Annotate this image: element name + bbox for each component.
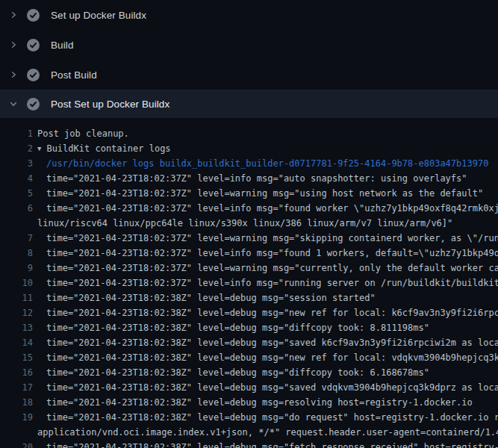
- log-line-text: time="2021-04-23T18:02:37Z" level=warnin…: [46, 186, 483, 201]
- log-line: 15 time="2021-04-23T18:02:38Z" level=deb…: [0, 350, 498, 365]
- log-line: 12 time="2021-04-23T18:02:38Z" level=deb…: [0, 305, 498, 320]
- check-circle-icon: [27, 98, 40, 111]
- log-line-number[interactable]: 16: [0, 365, 33, 380]
- step-label: Build: [51, 40, 74, 51]
- log-line: 13 time="2021-04-23T18:02:38Z" level=deb…: [0, 320, 498, 335]
- log-line-text: time="2021-04-23T18:02:38Z" level=debug …: [46, 305, 498, 320]
- log-line: 3 /usr/bin/docker logs buildx_buildkit_b…: [0, 156, 498, 171]
- step-row[interactable]: Post Set up Docker Buildx: [0, 90, 498, 118]
- log-line: linux/riscv64 linux/ppc64le linux/s390x …: [0, 216, 498, 231]
- log-line-number[interactable]: 3: [0, 156, 33, 171]
- log-line-number[interactable]: 6: [0, 201, 33, 216]
- log-line-text: time="2021-04-23T18:02:38Z" level=debug …: [46, 440, 498, 448]
- log-line: 5 time="2021-04-23T18:02:37Z" level=warn…: [0, 186, 498, 201]
- log-line-text: time="2021-04-23T18:02:37Z" level=info m…: [46, 276, 498, 290]
- log-line: 8 time="2021-04-23T18:02:37Z" level=info…: [0, 246, 498, 261]
- steps-list: Set up Docker Buildx Build: [0, 0, 498, 118]
- log-line: 9 time="2021-04-23T18:02:37Z" level=warn…: [0, 261, 498, 276]
- log-line: 1 Post job cleanup.: [0, 126, 498, 141]
- log-line-number[interactable]: 4: [0, 171, 33, 186]
- log-line: 7 time="2021-04-23T18:02:37Z" level=warn…: [0, 231, 498, 246]
- log-line: 17 time="2021-04-23T18:02:38Z" level=deb…: [0, 380, 498, 395]
- log-line-text: time="2021-04-23T18:02:38Z" level=debug …: [46, 290, 376, 305]
- check-circle-icon: [27, 39, 40, 52]
- log-line-number[interactable]: 9: [0, 261, 33, 276]
- log-line: 20 time="2021-04-23T18:02:38Z" level=deb…: [0, 440, 498, 448]
- check-circle-icon: [27, 69, 40, 81]
- log-line-number[interactable]: 14: [0, 335, 33, 350]
- log-line: 6 time="2021-04-23T18:02:37Z" level=info…: [0, 201, 498, 216]
- chevron-right-icon[interactable]: [9, 70, 18, 79]
- log-line-number[interactable]: 1: [0, 126, 33, 141]
- log-line-text: time="2021-04-23T18:02:38Z" level=debug …: [46, 335, 498, 350]
- log-line-text: time="2021-04-23T18:02:37Z" level=info m…: [46, 246, 498, 261]
- log-line-number[interactable]: 19: [0, 410, 33, 425]
- log-line: 2 ▼BuildKit container logs: [0, 141, 498, 156]
- step-label: Post Set up Docker Buildx: [51, 99, 169, 110]
- log-line-number[interactable]: 2: [0, 141, 33, 156]
- log-line-number[interactable]: 10: [0, 276, 33, 290]
- step-row[interactable]: Post Build: [0, 60, 498, 90]
- log-viewer: 1 Post job cleanup. 2 ▼BuildKit containe…: [0, 118, 498, 448]
- log-line-text: time="2021-04-23T18:02:38Z" level=debug …: [46, 380, 498, 395]
- actions-log-viewer: Set up Docker Buildx Build: [0, 0, 498, 448]
- step-label: Set up Docker Buildx: [51, 10, 146, 21]
- log-line-number[interactable]: 12: [0, 305, 33, 320]
- step-label: Post Build: [51, 69, 97, 81]
- log-line-number[interactable]: 18: [0, 395, 33, 410]
- log-line-number[interactable]: 15: [0, 350, 33, 365]
- log-line-text: /usr/bin/docker logs buildx_buildkit_bui…: [46, 156, 488, 171]
- log-line-text: time="2021-04-23T18:02:37Z" level=warnin…: [46, 261, 498, 276]
- log-line-number[interactable]: 8: [0, 246, 33, 261]
- chevron-down-icon[interactable]: [9, 99, 18, 108]
- log-line-number[interactable]: 7: [0, 231, 33, 246]
- log-line-number[interactable]: [0, 425, 33, 440]
- log-line: 4 time="2021-04-23T18:02:37Z" level=info…: [0, 171, 498, 186]
- log-line: 14 time="2021-04-23T18:02:38Z" level=deb…: [0, 335, 498, 350]
- log-line: 10 time="2021-04-23T18:02:37Z" level=inf…: [0, 276, 498, 290]
- log-line-text: time="2021-04-23T18:02:37Z" level=warnin…: [46, 231, 498, 246]
- log-line-number[interactable]: 17: [0, 380, 33, 395]
- log-line: 19 time="2021-04-23T18:02:38Z" level=deb…: [0, 410, 498, 425]
- chevron-right-icon[interactable]: [9, 40, 18, 49]
- log-line-text: time="2021-04-23T18:02:37Z" level=info m…: [46, 171, 467, 186]
- step-row[interactable]: Set up Docker Buildx: [0, 0, 498, 30]
- log-group-collapse-icon[interactable]: ▼: [37, 141, 41, 156]
- log-line: 16 time="2021-04-23T18:02:38Z" level=deb…: [0, 365, 498, 380]
- log-group-title: BuildKit container logs: [46, 143, 170, 154]
- log-line-number[interactable]: 11: [0, 290, 33, 305]
- log-line-text: linux/riscv64 linux/ppc64le linux/s390x …: [37, 216, 452, 231]
- log-line: 11 time="2021-04-23T18:02:38Z" level=deb…: [0, 290, 498, 305]
- log-line-number[interactable]: [0, 216, 33, 231]
- check-circle-icon: [27, 9, 40, 22]
- log-line: 18 time="2021-04-23T18:02:38Z" level=deb…: [0, 395, 498, 410]
- log-line-text: time="2021-04-23T18:02:38Z" level=debug …: [46, 350, 498, 365]
- log-line-text: time="2021-04-23T18:02:38Z" level=debug …: [46, 395, 473, 410]
- log-line: application/vnd.oci.image.index.v1+json,…: [0, 425, 498, 440]
- log-line-number[interactable]: 13: [0, 320, 33, 335]
- log-line-number[interactable]: 20: [0, 440, 33, 448]
- chevron-right-icon[interactable]: [9, 10, 18, 19]
- log-line-text: time="2021-04-23T18:02:38Z" level=debug …: [46, 320, 429, 335]
- log-line-number[interactable]: 5: [0, 186, 33, 201]
- log-line-text: application/vnd.oci.image.index.v1+json,…: [37, 425, 498, 440]
- log-line-text: Post job cleanup.: [37, 126, 129, 141]
- step-row[interactable]: Build: [0, 30, 498, 60]
- log-line-text: ▼BuildKit container logs: [37, 141, 171, 156]
- log-line-text: time="2021-04-23T18:02:38Z" level=debug …: [46, 365, 429, 380]
- log-line-text: time="2021-04-23T18:02:37Z" level=info m…: [46, 201, 498, 216]
- log-line-text: time="2021-04-23T18:02:38Z" level=debug …: [46, 410, 498, 425]
